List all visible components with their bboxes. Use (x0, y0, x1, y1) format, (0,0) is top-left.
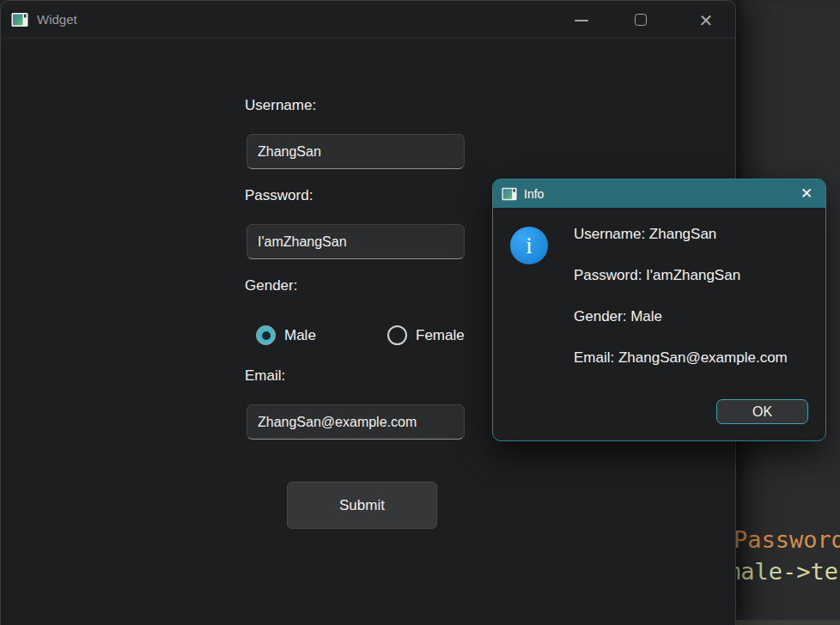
close-icon[interactable]: ✕ (796, 184, 817, 204)
screen: Password male->te Widget ✕ (0, 0, 840, 625)
minimize-icon[interactable] (575, 20, 588, 21)
ok-button[interactable]: OK (716, 399, 808, 424)
dialog-gender-line: Gender: Male (574, 308, 662, 325)
radio-male[interactable] (256, 325, 276, 345)
password-input[interactable] (247, 224, 465, 259)
radio-male-label[interactable]: Male (284, 327, 316, 344)
close-icon[interactable]: ✕ (693, 8, 719, 33)
window-title: Widget (37, 12, 77, 27)
titlebar[interactable]: Widget (1, 1, 735, 39)
editor-statusbar-strip (736, 620, 840, 625)
username-label: Username: (245, 97, 316, 114)
info-dialog-titlebar[interactable]: Info ✕ (493, 179, 825, 208)
app-icon (502, 186, 517, 202)
gender-label: Gender: (245, 277, 297, 294)
username-input[interactable] (247, 134, 465, 169)
info-dialog-title: Info (524, 187, 544, 201)
info-dialog: Info ✕ i Username: ZhangSan Password: I'… (492, 179, 826, 441)
maximize-icon[interactable] (635, 14, 647, 26)
submit-button[interactable]: Submit (287, 482, 437, 529)
info-icon: i (510, 227, 548, 264)
editor-code-line: male->te (727, 557, 838, 586)
radio-male-dot (262, 331, 271, 340)
radio-female-label[interactable]: Female (416, 327, 465, 344)
radio-female[interactable] (387, 325, 407, 345)
email-label: Email: (245, 367, 285, 385)
editor-code-line: Password (733, 525, 840, 555)
dialog-email-line: Email: ZhangSan@example.com (574, 349, 788, 367)
dialog-username-line: Username: ZhangSan (574, 226, 716, 243)
password-label: Password: (245, 187, 313, 204)
email-input[interactable] (247, 404, 465, 440)
app-icon (11, 11, 28, 28)
dialog-password-line: Password: I'amZhangSan (574, 267, 740, 284)
